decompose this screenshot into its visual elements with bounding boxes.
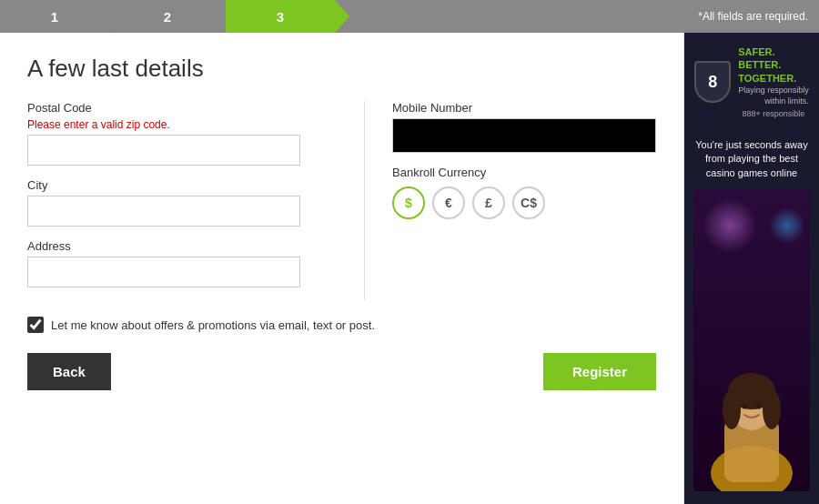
address-label: Address [27, 239, 300, 253]
form-right: Mobile Number Bankroll Currency $ € £ C$ [392, 101, 656, 300]
mobile-number-label: Mobile Number [392, 101, 656, 115]
required-note: *All fields are required. [698, 10, 819, 23]
postal-code-error: Please enter a valid zip code. [27, 118, 300, 131]
step-1: 1 [0, 0, 109, 33]
form-columns: Postal Code Please enter a valid zip cod… [27, 101, 656, 300]
currency-eur[interactable]: € [432, 186, 465, 219]
postal-code-group: Postal Code Please enter a valid zip cod… [27, 101, 300, 166]
svg-point-6 [742, 403, 747, 409]
bankroll-currency-group: Bankroll Currency $ € £ C$ [392, 166, 656, 219]
button-row: Back Register [27, 353, 656, 390]
register-button[interactable]: Register [543, 353, 656, 390]
ad-brand: 888+ responsible [738, 109, 809, 118]
svg-point-4 [723, 389, 741, 429]
svg-point-5 [763, 389, 781, 429]
currency-options: $ € £ C$ [392, 186, 656, 219]
currency-usd[interactable]: $ [392, 186, 425, 219]
ad-promo-text: You're just seconds away from playing th… [693, 138, 810, 180]
city-input[interactable] [27, 196, 300, 227]
postal-code-input[interactable] [27, 135, 300, 166]
ad-image [693, 189, 810, 491]
page-title: A few last details [27, 55, 656, 83]
ad-glow-2 [769, 207, 805, 244]
currency-cad[interactable]: C$ [512, 186, 545, 219]
ad-subtext: Playing responsiblywithin limits. [738, 85, 809, 107]
main-content: A few last details Postal Code Please en… [0, 33, 819, 504]
ad-panel: 8 SAFER. BETTER. TOGETHER. Playing respo… [684, 33, 819, 504]
currency-gbp[interactable]: £ [472, 186, 505, 219]
city-group: City [27, 178, 300, 227]
progress-bar: 1 2 3 *All fields are required. [0, 0, 819, 33]
ad-glow-1 [703, 198, 757, 253]
promo-checkbox[interactable] [27, 317, 44, 333]
shield-icon: 8 [694, 61, 731, 103]
address-group: Address [27, 239, 300, 287]
mobile-number-input[interactable] [392, 118, 656, 153]
promo-checkbox-row: Let me know about offers & promotions vi… [27, 317, 656, 333]
postal-code-label: Postal Code [27, 101, 300, 115]
ad-person-svg [697, 346, 806, 491]
step-3: 3 [226, 0, 335, 33]
vertical-divider [364, 101, 365, 300]
mobile-number-group: Mobile Number [392, 101, 656, 153]
ad-tagline: SAFER. BETTER. TOGETHER. Playing respons… [738, 45, 809, 118]
ad-badge: 8 SAFER. BETTER. TOGETHER. Playing respo… [694, 45, 809, 118]
promo-checkbox-label: Let me know about offers & promotions vi… [51, 318, 375, 332]
bankroll-currency-label: Bankroll Currency [392, 166, 656, 179]
back-button[interactable]: Back [27, 353, 111, 390]
form-area: A few last details Postal Code Please en… [0, 33, 684, 504]
svg-point-7 [756, 403, 762, 409]
address-input[interactable] [27, 257, 300, 287]
form-left: Postal Code Please enter a valid zip cod… [27, 101, 300, 300]
city-label: City [27, 178, 300, 192]
step-2: 2 [113, 0, 222, 33]
